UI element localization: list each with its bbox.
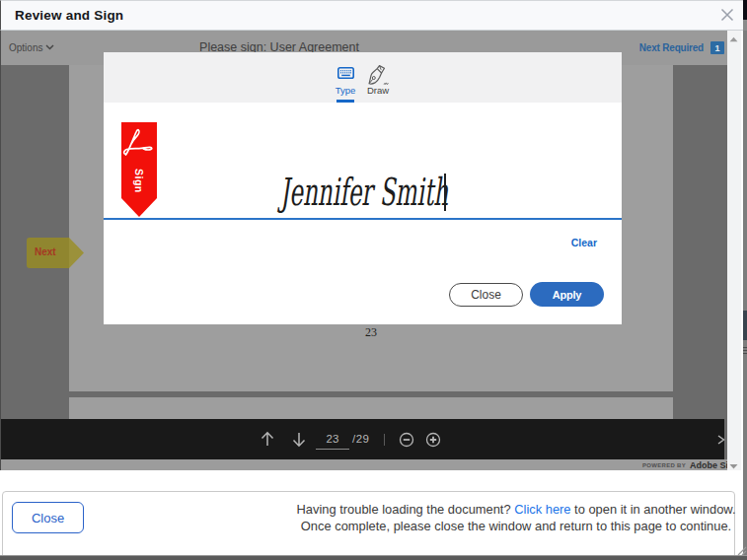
powered-by-strip: POWERED BY Adobe Si xyxy=(1,459,727,470)
page-number-input[interactable]: 23 xyxy=(316,429,349,450)
window-title-bar: Review and Sign xyxy=(0,0,747,31)
tab-draw-icon-wrap xyxy=(366,66,390,82)
close-icon[interactable] xyxy=(717,5,737,25)
clear-link[interactable]: Clear xyxy=(571,237,597,248)
scroll-up-icon[interactable] xyxy=(727,34,742,45)
window-right-edge-dashes xyxy=(743,347,747,356)
next-required-label: Next Required xyxy=(639,42,704,53)
tab-draw-label: Draw xyxy=(367,85,389,96)
window-right-edge xyxy=(743,31,747,555)
page-up-icon[interactable] xyxy=(260,431,275,448)
dialog-close-button[interactable]: Close xyxy=(449,283,523,307)
trouble-text: Having trouble loading the document? xyxy=(296,502,510,517)
signature-baseline xyxy=(104,218,622,220)
window-title: Review and Sign xyxy=(15,8,123,23)
page-down-icon[interactable] xyxy=(291,431,307,448)
zoom-out-icon[interactable] xyxy=(399,432,414,448)
chevron-right-icon[interactable] xyxy=(716,435,725,445)
tab-draw[interactable]: Draw xyxy=(363,52,393,103)
trouble-text-after: to open it in another window. xyxy=(571,502,736,517)
keyboard-icon xyxy=(337,67,354,79)
next-required-badge: 1 xyxy=(710,41,724,54)
page-behind-corner xyxy=(743,0,747,20)
sign-ribbon-label: Sign xyxy=(121,161,157,200)
complete-text: Once complete, please close the window a… xyxy=(301,519,731,533)
tab-type-active-underline xyxy=(336,100,354,103)
page-total-label: /29 xyxy=(352,433,370,445)
options-menu-button[interactable]: Options xyxy=(9,39,54,55)
footer-close-button[interactable]: Close xyxy=(12,502,84,533)
toolbar-separator xyxy=(384,434,385,446)
footer-help-text: Having trouble loading the document? Cli… xyxy=(296,502,736,534)
tab-type-icon-wrap xyxy=(337,66,354,82)
chevron-down-icon xyxy=(45,44,54,50)
zoom-in-icon[interactable] xyxy=(425,432,441,448)
page-number-text: 23 xyxy=(69,325,673,340)
window-bottom-edge xyxy=(0,555,747,560)
adobe-sign-brand: Adobe Si xyxy=(690,460,727,470)
apply-button[interactable]: Apply xyxy=(530,282,604,307)
text-cursor xyxy=(444,174,446,211)
scrollbar[interactable] xyxy=(727,31,741,470)
options-label: Options xyxy=(9,42,42,53)
next-required-button[interactable]: Next Required 1 xyxy=(639,41,724,54)
click-here-link[interactable]: Click here xyxy=(514,502,570,517)
pen-icon xyxy=(366,63,390,86)
page-behind-corner-gray xyxy=(743,20,747,31)
pdf-toolbar: 23 /29 xyxy=(1,419,724,459)
powered-by-label: POWERED BY xyxy=(642,462,686,468)
next-tab-label: Next xyxy=(35,246,56,257)
tab-type-label: Type xyxy=(336,85,356,96)
signature-dialog-header: Type Draw xyxy=(104,52,622,103)
footer-panel: Close Having trouble loading the documen… xyxy=(2,491,735,560)
window-right-edge-detail xyxy=(743,311,747,340)
footer-area: Close Having trouble loading the documen… xyxy=(0,470,742,555)
tab-type[interactable]: Type xyxy=(334,52,357,103)
signature-text[interactable]: Jennifer Smith xyxy=(280,170,448,214)
next-field-tab[interactable]: Next xyxy=(26,237,85,269)
signature-dialog: Type Draw Sign Jennifer Smith Clear Cl xyxy=(104,52,622,324)
